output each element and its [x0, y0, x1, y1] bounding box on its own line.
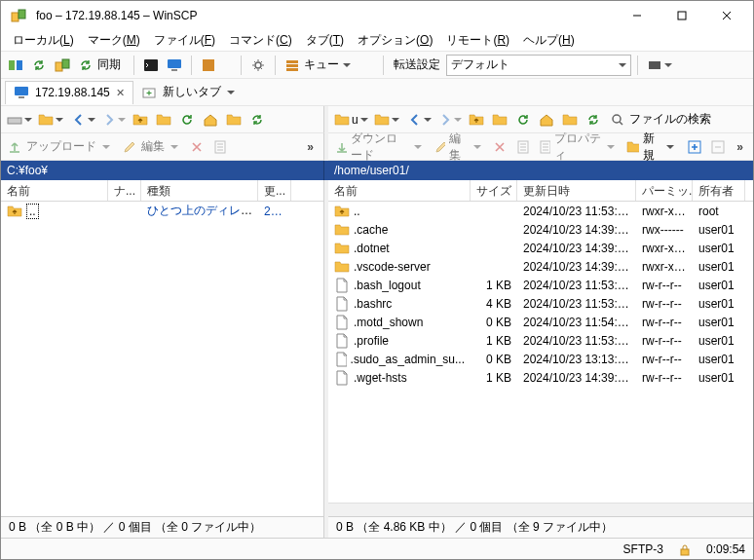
remote-new-button[interactable]: 新規 [624, 136, 680, 158]
local-up-button[interactable] [130, 109, 151, 131]
new-tab-icon [141, 85, 157, 100]
toggle-panels-button[interactable] [5, 55, 26, 76]
local-drive-dropdown[interactable] [5, 109, 34, 131]
horizontal-scrollbar[interactable] [328, 503, 753, 516]
local-back-button[interactable] [69, 109, 97, 131]
local-props-button[interactable] [209, 136, 231, 158]
col-name[interactable]: 名前 [328, 180, 471, 201]
remote-back-button[interactable] [405, 109, 434, 131]
local-open-folder-button[interactable] [36, 109, 65, 131]
local-path[interactable]: C:¥foo¥ [1, 161, 324, 180]
col-owner[interactable]: 所有者 [693, 180, 745, 201]
menubar: ローカル(L)マーク(M)ファイル(F)コマンド(C)タブ(T)オプション(O)… [1, 30, 753, 52]
remote-bookmark-button[interactable] [559, 109, 581, 131]
minimize-button[interactable] [615, 1, 660, 30]
table-row[interactable]: .motd_shown0 KB2024/10/23 11:54:10rw-r--… [328, 313, 753, 331]
remote-props-icon-button[interactable] [512, 136, 534, 158]
menu-item[interactable]: ローカル(L) [7, 30, 80, 51]
file-icon [334, 296, 350, 312]
custom-command-button[interactable] [198, 55, 219, 76]
remote-file-list[interactable]: 名前 サイズ 更新日時 パーミッ... 所有者 ..2024/10/23 11:… [328, 180, 753, 503]
local-bookmark-button[interactable] [223, 109, 245, 131]
status-bar: SFTP-3 0:09:54 [1, 538, 753, 559]
transfer-label: 転送設定 [390, 56, 444, 73]
lock-icon [677, 541, 693, 557]
remote-drive-dropdown[interactable]: u [332, 109, 370, 131]
up-icon [334, 204, 350, 219]
transfer-preset-dropdown[interactable]: デフォルト [446, 55, 631, 76]
remote-ops-toolbar: ダウンロード 編集 プロパティ 新規 » [328, 133, 753, 161]
find-files-button[interactable]: ファイルの検索 [608, 109, 717, 131]
new-tab-button[interactable]: 新しいタブ [133, 84, 243, 100]
menu-item[interactable]: マーク(M) [82, 30, 146, 51]
remote-minus-button[interactable] [707, 136, 729, 158]
remote-open-folder-button[interactable] [372, 109, 401, 131]
local-edit-button[interactable]: 編集 [120, 136, 184, 158]
elapsed-time: 0:09:54 [706, 542, 745, 556]
sync-browse-button[interactable] [28, 55, 50, 76]
col-name[interactable]: 名前 [1, 180, 108, 201]
compare-button[interactable] [52, 55, 73, 76]
putty-button[interactable] [164, 55, 185, 76]
queue-button[interactable]: キュー [282, 55, 358, 76]
disconnect-button[interactable] [644, 55, 675, 76]
local-refresh-button[interactable] [176, 109, 198, 131]
close-icon[interactable]: ✕ [116, 87, 125, 99]
col-type[interactable]: 種類 [141, 180, 258, 201]
table-row[interactable]: .wget-hsts1 KB2024/10/23 14:39:14rw-r--r… [328, 368, 753, 387]
remote-pane: 名前 サイズ 更新日時 パーミッ... 所有者 ..2024/10/23 11:… [328, 180, 753, 538]
table-row[interactable]: .cache2024/10/23 14:39:19rwx------user01 [328, 220, 753, 239]
table-row[interactable]: .profile1 KB2024/10/23 11:53:59rw-r--r--… [328, 331, 753, 350]
table-row[interactable]: .bashrc4 KB2024/10/23 11:53:59rw-r--r--u… [328, 294, 753, 313]
options-button[interactable] [247, 55, 269, 76]
col-date[interactable]: 更新日時 [517, 180, 636, 201]
session-tab-active[interactable]: 172.19.88.145 ✕ [5, 81, 133, 104]
session-tabs: 172.19.88.145 ✕ 新しいタブ [1, 79, 753, 106]
table-row[interactable]: .vscode-server2024/10/23 14:39:19rwxr-xr… [328, 257, 753, 276]
terminal-button[interactable] [140, 55, 162, 76]
remote-root-button[interactable] [489, 109, 510, 131]
remote-up-button[interactable] [466, 109, 487, 131]
chevron-down-icon [664, 63, 672, 67]
table-row[interactable]: .dotnet2024/10/23 14:39:22rwxr-xr-xuser0… [328, 239, 753, 257]
menu-item[interactable]: オプション(O) [352, 30, 438, 51]
menu-item[interactable]: ヘルプ(H) [517, 30, 581, 51]
col-na[interactable]: ナ... [108, 180, 141, 201]
close-button[interactable] [704, 1, 749, 30]
local-home-button[interactable] [200, 109, 221, 131]
overflow-icon[interactable]: » [301, 140, 320, 154]
overflow-icon[interactable]: » [731, 140, 749, 154]
menu-item[interactable]: タブ(T) [300, 30, 350, 51]
col-upd[interactable]: 更... [258, 180, 291, 201]
table-row[interactable]: .sudo_as_admin_su...0 KB2024/10/23 13:13… [328, 350, 753, 368]
remote-sync-button[interactable] [583, 109, 604, 131]
menu-item[interactable]: リモート(R) [440, 30, 515, 51]
col-perm[interactable]: パーミッ... [636, 180, 693, 201]
remote-forward-button[interactable] [435, 109, 464, 131]
maximize-button[interactable] [660, 1, 704, 30]
monitor-icon [14, 85, 29, 100]
remote-add-button[interactable] [684, 136, 705, 158]
local-delete-button[interactable] [186, 136, 207, 158]
remote-properties-button[interactable]: プロパティ [536, 136, 622, 158]
remote-edit-button[interactable]: 編集 [432, 136, 487, 158]
remote-refresh-button[interactable] [512, 109, 534, 131]
upload-button[interactable]: アップロード [5, 136, 116, 158]
remote-home-button[interactable] [536, 109, 557, 131]
local-forward-button[interactable] [99, 109, 128, 131]
remote-path[interactable]: /home/user01/ [328, 161, 753, 180]
menu-item[interactable]: ファイル(F) [148, 30, 221, 51]
sync-button[interactable]: 同期 [75, 55, 128, 76]
table-row[interactable]: .bash_logout1 KB2024/10/23 11:53:59rw-r-… [328, 276, 753, 294]
local-file-list[interactable]: 名前 ナ... 種類 更... ..ひとつ上のディレクトリ20... [1, 180, 323, 516]
table-row[interactable]: ..ひとつ上のディレクトリ20... [1, 202, 323, 220]
col-size[interactable]: サイズ [471, 180, 517, 201]
table-row[interactable]: ..2024/10/23 11:53:59rwxr-xr-xroot [328, 202, 753, 220]
remote-delete-button[interactable] [489, 136, 510, 158]
menu-item[interactable]: コマンド(C) [223, 30, 298, 51]
session-tab-label: 172.19.88.145 [35, 86, 110, 99]
local-sync-button[interactable] [246, 109, 268, 131]
download-button[interactable]: ダウンロード [332, 136, 428, 158]
local-root-button[interactable] [153, 109, 174, 131]
protocol-label: SFTP-3 [623, 542, 663, 556]
